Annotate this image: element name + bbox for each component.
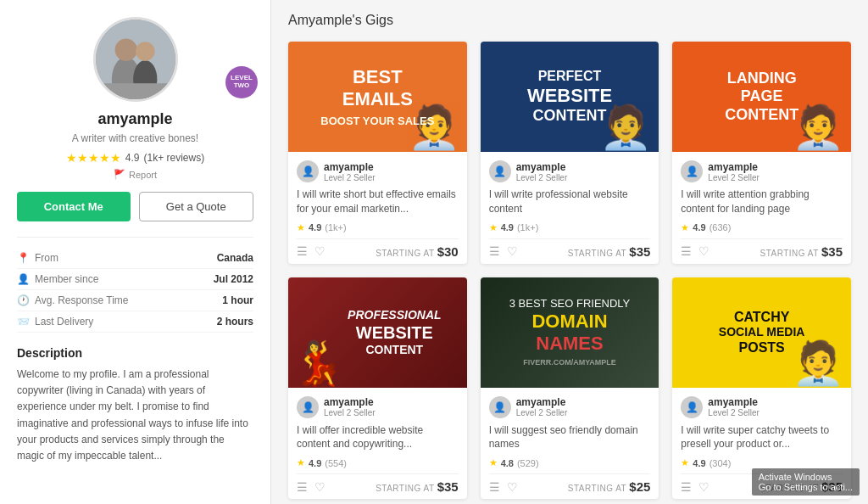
gig-description: I will offer incredible website content …: [297, 423, 459, 452]
seller-row: 👤 amyample Level 2 Seller: [681, 396, 843, 418]
price-container: STARTING AT $35: [760, 244, 843, 259]
gig-description: I will suggest seo friendly domain names: [489, 423, 651, 452]
rating-number: 4.9: [309, 222, 321, 232]
gig-description: I will write short but effective emails …: [297, 188, 459, 216]
gig-footer: ☰ ♡ STARTING AT $35: [681, 238, 843, 259]
info-label: 👤 Member since: [17, 273, 98, 285]
info-value: Jul 2012: [214, 273, 253, 285]
starting-at-label: STARTING AT: [568, 484, 630, 493]
flag-icon: 🚩: [114, 169, 125, 180]
price-value: $30: [437, 244, 459, 259]
info-table: 📍 From Canada 👤 Member since Jul 2012 🕐 …: [17, 237, 253, 333]
description-title: Description: [17, 346, 253, 360]
gig-footer: ☰ ♡ STARTING AT $25: [489, 473, 651, 494]
menu-icon[interactable]: ☰: [681, 480, 692, 494]
gig-body: 👤 amyample Level 2 Seller I will write p…: [481, 152, 659, 264]
gig-thumb-text: Catchy Social Media Posts: [712, 302, 812, 362]
rating-row: ★★★★★ 4.9 (1k+ reviews): [17, 151, 253, 165]
gig-description: I will write professional website conten…: [489, 188, 651, 216]
gig-actions: ☰ ♡: [297, 244, 326, 258]
quote-button[interactable]: Get a Quote: [139, 192, 254, 221]
info-label: 📍 From: [17, 252, 58, 264]
seller-info: amyample Level 2 Seller: [516, 396, 568, 417]
menu-icon[interactable]: ☰: [297, 480, 308, 494]
gig-card[interactable]: 🧑‍💼 Perfect WEBSITE Content 👤 amyample L…: [481, 42, 659, 264]
star-icon: ★: [681, 457, 689, 468]
seller-avatar: 👤: [489, 396, 511, 418]
menu-icon[interactable]: ☰: [681, 244, 692, 258]
gig-thumbnail: 🧑‍💼 Catchy Social Media Posts: [672, 277, 851, 388]
seller-info: amyample Level 2 Seller: [324, 396, 376, 417]
gig-card[interactable]: 🧑‍💼 Landing Page Content 👤 amyample Leve…: [672, 42, 851, 264]
seller-name: amyample: [516, 396, 568, 408]
seller-row: 👤 amyample Level 2 Seller: [297, 160, 459, 182]
sidebar: LEVEL TWO amyample A writer with creativ…: [0, 0, 271, 504]
seller-info: amyample Level 2 Seller: [324, 161, 376, 182]
reviews-count: (1k+ reviews): [144, 152, 205, 164]
heart-icon[interactable]: ♡: [698, 244, 709, 258]
username: amyample: [17, 110, 253, 128]
seller-level: Level 2 Seller: [324, 173, 376, 182]
gig-card[interactable]: 🧑‍💼 BEST Emails Boost Your Sales 👤 amyam…: [288, 42, 467, 264]
report-link[interactable]: 🚩 Report: [114, 169, 157, 180]
gig-actions: ☰ ♡: [681, 480, 709, 494]
level-badge: LEVEL TWO: [225, 66, 258, 98]
gig-thumb-text: BEST Emails Boost Your Sales: [314, 59, 441, 134]
star-icon: ★: [489, 222, 498, 233]
gig-rating: ★ 4.8 (529): [489, 457, 651, 468]
svg-point-2: [114, 39, 136, 61]
gig-card[interactable]: 🧑‍💼 Catchy Social Media Posts 👤 amyample…: [672, 277, 851, 500]
activate-windows-watermark: Activate WindowsGo to Settings to acti..…: [752, 468, 860, 496]
seller-row: 👤 amyample Level 2 Seller: [297, 396, 459, 418]
heart-icon[interactable]: ♡: [314, 244, 326, 258]
menu-icon[interactable]: ☰: [297, 244, 308, 258]
action-buttons: Contact Me Get a Quote: [17, 192, 253, 221]
gig-thumb-text: Perfect WEBSITE Content: [520, 61, 619, 132]
price-container: STARTING AT $30: [376, 244, 459, 259]
price-container: STARTING AT $35: [376, 479, 459, 494]
avatar-image: [96, 17, 175, 102]
info-label-text: Member since: [35, 273, 98, 285]
seller-info: amyample Level 2 Seller: [708, 161, 760, 182]
gig-rating: ★ 4.9 (1k+): [489, 222, 651, 233]
heart-icon[interactable]: ♡: [507, 480, 518, 494]
seller-avatar: 👤: [681, 396, 703, 418]
gig-card[interactable]: 💃 Professional WEBSITE Content 👤 amyampl…: [288, 277, 467, 500]
price-value: $35: [437, 479, 459, 494]
tagline: A writer with creative bones!: [17, 132, 253, 144]
gig-thumbnail: 🧑‍💼 BEST Emails Boost Your Sales: [288, 42, 467, 152]
menu-icon[interactable]: ☰: [489, 480, 500, 494]
gig-thumb-text: 3 Best SEO friendly DOMAIN NAMES fiverr.…: [503, 290, 637, 374]
gig-actions: ☰ ♡: [297, 480, 326, 494]
gig-card[interactable]: 3 Best SEO friendly DOMAIN NAMES fiverr.…: [481, 277, 659, 500]
gig-rating: ★ 4.9 (554): [297, 457, 459, 468]
character-icon: 💃: [292, 339, 344, 388]
seller-name: amyample: [324, 161, 376, 173]
price-value: $35: [629, 244, 650, 259]
price-value: $25: [629, 479, 650, 494]
contact-button[interactable]: Contact Me: [17, 192, 131, 221]
rating-number: 4.8: [501, 458, 514, 468]
info-row: 🕐 Avg. Response Time 1 hour: [17, 290, 253, 311]
gig-thumb-text: Landing Page Content: [718, 63, 805, 132]
info-label-text: From: [35, 252, 58, 264]
star-icon: ★: [489, 457, 498, 468]
info-value: 1 hour: [222, 294, 253, 306]
seller-level: Level 2 Seller: [516, 173, 568, 182]
gig-footer: ☰ ♡ STARTING AT $35: [297, 473, 459, 494]
reviews-count: (1k+): [325, 222, 346, 232]
gig-body: 👤 amyample Level 2 Seller I will offer i…: [288, 388, 467, 500]
heart-icon[interactable]: ♡: [507, 244, 518, 258]
info-icon: 🕐: [17, 294, 30, 306]
info-row: 👤 Member since Jul 2012: [17, 269, 253, 290]
menu-icon[interactable]: ☰: [489, 244, 500, 258]
rating-number: 4.9: [693, 458, 705, 468]
heart-icon[interactable]: ♡: [698, 480, 709, 494]
gig-body: 👤 amyample Level 2 Seller I will suggest…: [481, 388, 659, 500]
price-container: STARTING AT $35: [568, 244, 651, 259]
reviews-count: (636): [709, 222, 732, 232]
star-icon: ★: [297, 222, 305, 233]
star-icon: ★: [681, 222, 689, 233]
info-label: 📨 Last Delivery: [17, 316, 93, 328]
heart-icon[interactable]: ♡: [314, 480, 326, 494]
